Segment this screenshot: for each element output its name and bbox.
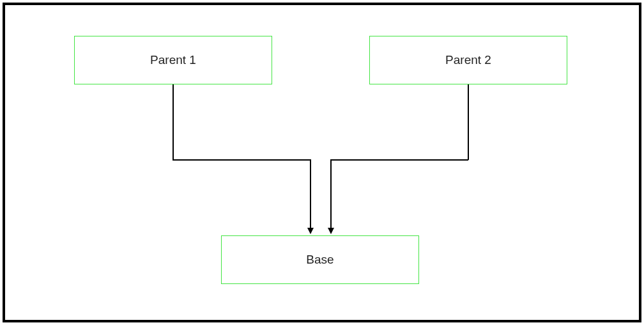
connector-p1-v1: [172, 84, 174, 160]
connector-p2-v1: [468, 84, 469, 160]
node-base-label: Base: [306, 253, 334, 267]
node-parent-2: Parent 2: [369, 36, 567, 84]
arrowhead-p2: [328, 228, 334, 234]
node-base: Base: [221, 235, 419, 284]
arrowhead-p1: [307, 228, 314, 234]
connector-p1-v2: [310, 159, 311, 229]
node-parent-1: Parent 1: [74, 36, 272, 84]
node-parent-2-label: Parent 2: [445, 53, 491, 67]
node-parent-1-label: Parent 1: [150, 53, 196, 67]
connector-p2-h: [330, 159, 468, 161]
connector-p1-h: [172, 159, 310, 161]
diagram-frame: Parent 1 Parent 2 Base: [3, 3, 641, 322]
connector-p2-v2: [330, 159, 332, 229]
